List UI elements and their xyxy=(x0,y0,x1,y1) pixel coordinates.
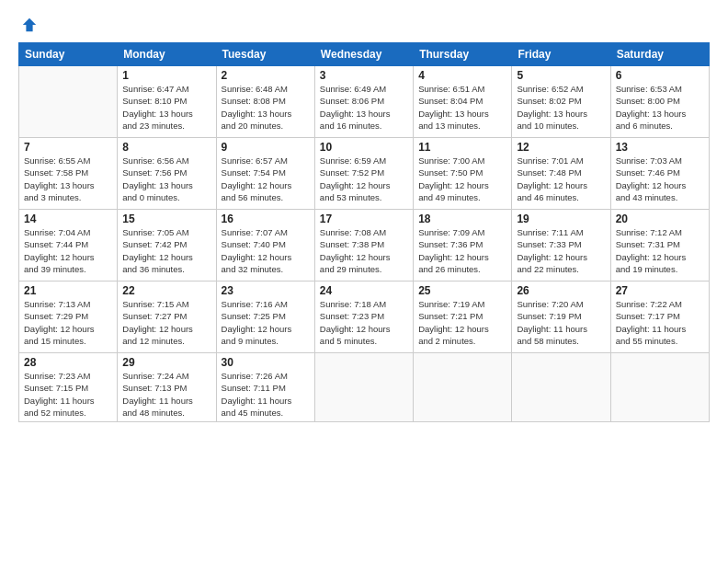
day-number: 2 xyxy=(222,69,310,82)
day-info: Sunrise: 6:51 AM Sunset: 8:04 PM Dayligh… xyxy=(418,83,506,132)
day-number: 11 xyxy=(418,141,506,154)
calendar-cell: 4Sunrise: 6:51 AM Sunset: 8:04 PM Daylig… xyxy=(414,66,512,138)
calendar-cell: 20Sunrise: 7:12 AM Sunset: 7:31 PM Dayli… xyxy=(610,210,709,282)
day-info: Sunrise: 7:23 AM Sunset: 7:15 PM Dayligh… xyxy=(24,370,112,419)
day-info: Sunrise: 6:53 AM Sunset: 8:00 PM Dayligh… xyxy=(616,83,704,132)
day-info: Sunrise: 7:01 AM Sunset: 7:48 PM Dayligh… xyxy=(517,155,605,203)
day-info: Sunrise: 6:47 AM Sunset: 8:10 PM Dayligh… xyxy=(122,83,210,132)
day-number: 4 xyxy=(418,69,506,82)
header xyxy=(18,17,710,33)
day-number: 20 xyxy=(616,213,704,225)
day-number: 23 xyxy=(222,284,310,297)
calendar-cell: 17Sunrise: 7:08 AM Sunset: 7:38 PM Dayli… xyxy=(314,210,413,282)
calendar-header-saturday: Saturday xyxy=(610,43,709,66)
calendar-week-row: 21Sunrise: 7:13 AM Sunset: 7:29 PM Dayli… xyxy=(19,282,710,353)
calendar-week-row: 14Sunrise: 7:04 AM Sunset: 7:44 PM Dayli… xyxy=(19,210,710,282)
day-number: 28 xyxy=(24,356,112,369)
calendar-cell: 22Sunrise: 7:15 AM Sunset: 7:27 PM Dayli… xyxy=(118,282,216,353)
day-number: 1 xyxy=(122,69,210,82)
logo-icon xyxy=(21,17,38,33)
day-number: 24 xyxy=(320,284,408,297)
calendar-cell xyxy=(512,353,610,422)
calendar-cell: 3Sunrise: 6:49 AM Sunset: 8:06 PM Daylig… xyxy=(314,66,413,138)
calendar-week-row: 1Sunrise: 6:47 AM Sunset: 8:10 PM Daylig… xyxy=(19,66,710,138)
day-info: Sunrise: 7:08 AM Sunset: 7:38 PM Dayligh… xyxy=(320,226,408,275)
calendar-header-sunday: Sunday xyxy=(19,43,118,66)
calendar-cell: 19Sunrise: 7:11 AM Sunset: 7:33 PM Dayli… xyxy=(512,210,610,282)
calendar-cell: 21Sunrise: 7:13 AM Sunset: 7:29 PM Dayli… xyxy=(19,282,118,353)
calendar-cell xyxy=(19,66,118,138)
calendar-cell: 16Sunrise: 7:07 AM Sunset: 7:40 PM Dayli… xyxy=(216,210,314,282)
calendar-cell: 8Sunrise: 6:56 AM Sunset: 7:56 PM Daylig… xyxy=(118,138,216,210)
day-number: 6 xyxy=(616,69,704,82)
calendar-header-thursday: Thursday xyxy=(414,43,512,66)
calendar-cell: 10Sunrise: 6:59 AM Sunset: 7:52 PM Dayli… xyxy=(314,138,413,210)
day-info: Sunrise: 7:13 AM Sunset: 7:29 PM Dayligh… xyxy=(24,298,112,347)
calendar-cell: 15Sunrise: 7:05 AM Sunset: 7:42 PM Dayli… xyxy=(118,210,216,282)
day-info: Sunrise: 6:59 AM Sunset: 7:52 PM Dayligh… xyxy=(320,155,408,203)
calendar-week-row: 28Sunrise: 7:23 AM Sunset: 7:15 PM Dayli… xyxy=(19,353,710,422)
calendar-header-row: SundayMondayTuesdayWednesdayThursdayFrid… xyxy=(19,43,710,66)
day-info: Sunrise: 6:52 AM Sunset: 8:02 PM Dayligh… xyxy=(517,83,605,132)
day-info: Sunrise: 7:19 AM Sunset: 7:21 PM Dayligh… xyxy=(418,298,506,347)
day-info: Sunrise: 7:04 AM Sunset: 7:44 PM Dayligh… xyxy=(24,226,112,275)
day-number: 25 xyxy=(418,284,506,297)
day-info: Sunrise: 7:22 AM Sunset: 7:17 PM Dayligh… xyxy=(616,298,704,347)
day-info: Sunrise: 7:26 AM Sunset: 7:11 PM Dayligh… xyxy=(222,370,310,419)
svg-marker-0 xyxy=(23,18,36,31)
calendar-cell: 18Sunrise: 7:09 AM Sunset: 7:36 PM Dayli… xyxy=(414,210,512,282)
day-number: 18 xyxy=(418,213,506,225)
calendar-cell xyxy=(314,353,413,422)
calendar-cell: 7Sunrise: 6:55 AM Sunset: 7:58 PM Daylig… xyxy=(19,138,118,210)
calendar-header-monday: Monday xyxy=(118,43,216,66)
day-info: Sunrise: 6:57 AM Sunset: 7:54 PM Dayligh… xyxy=(222,155,310,203)
day-info: Sunrise: 7:24 AM Sunset: 7:13 PM Dayligh… xyxy=(122,370,210,419)
day-info: Sunrise: 7:18 AM Sunset: 7:23 PM Dayligh… xyxy=(320,298,408,347)
day-number: 22 xyxy=(122,284,210,297)
day-number: 13 xyxy=(616,141,704,154)
day-number: 10 xyxy=(320,141,408,154)
day-info: Sunrise: 6:56 AM Sunset: 7:56 PM Dayligh… xyxy=(122,155,210,203)
calendar-header-wednesday: Wednesday xyxy=(314,43,413,66)
page: SundayMondayTuesdayWednesdayThursdayFrid… xyxy=(0,0,728,563)
day-info: Sunrise: 7:03 AM Sunset: 7:46 PM Dayligh… xyxy=(616,155,704,203)
calendar-cell xyxy=(610,353,709,422)
logo xyxy=(18,17,38,33)
day-info: Sunrise: 7:00 AM Sunset: 7:50 PM Dayligh… xyxy=(418,155,506,203)
calendar-cell: 23Sunrise: 7:16 AM Sunset: 7:25 PM Dayli… xyxy=(216,282,314,353)
day-number: 9 xyxy=(222,141,310,154)
day-number: 16 xyxy=(222,213,310,225)
calendar-cell: 5Sunrise: 6:52 AM Sunset: 8:02 PM Daylig… xyxy=(512,66,610,138)
day-number: 19 xyxy=(517,213,605,225)
day-number: 27 xyxy=(616,284,704,297)
calendar-header-tuesday: Tuesday xyxy=(216,43,314,66)
day-info: Sunrise: 7:07 AM Sunset: 7:40 PM Dayligh… xyxy=(222,226,310,275)
calendar-table: SundayMondayTuesdayWednesdayThursdayFrid… xyxy=(18,42,710,422)
calendar-cell: 14Sunrise: 7:04 AM Sunset: 7:44 PM Dayli… xyxy=(19,210,118,282)
calendar-cell: 26Sunrise: 7:20 AM Sunset: 7:19 PM Dayli… xyxy=(512,282,610,353)
day-number: 7 xyxy=(24,141,112,154)
calendar-cell: 30Sunrise: 7:26 AM Sunset: 7:11 PM Dayli… xyxy=(216,353,314,422)
day-info: Sunrise: 6:55 AM Sunset: 7:58 PM Dayligh… xyxy=(24,155,112,203)
calendar-cell: 11Sunrise: 7:00 AM Sunset: 7:50 PM Dayli… xyxy=(414,138,512,210)
calendar-week-row: 7Sunrise: 6:55 AM Sunset: 7:58 PM Daylig… xyxy=(19,138,710,210)
day-number: 17 xyxy=(320,213,408,225)
day-info: Sunrise: 6:48 AM Sunset: 8:08 PM Dayligh… xyxy=(222,83,310,132)
day-number: 5 xyxy=(517,69,605,82)
calendar-cell: 13Sunrise: 7:03 AM Sunset: 7:46 PM Dayli… xyxy=(610,138,709,210)
day-info: Sunrise: 7:11 AM Sunset: 7:33 PM Dayligh… xyxy=(517,226,605,275)
calendar-cell xyxy=(414,353,512,422)
calendar-cell: 28Sunrise: 7:23 AM Sunset: 7:15 PM Dayli… xyxy=(19,353,118,422)
day-info: Sunrise: 7:16 AM Sunset: 7:25 PM Dayligh… xyxy=(222,298,310,347)
day-info: Sunrise: 7:05 AM Sunset: 7:42 PM Dayligh… xyxy=(122,226,210,275)
day-number: 29 xyxy=(122,356,210,369)
day-number: 14 xyxy=(24,213,112,225)
day-number: 26 xyxy=(517,284,605,297)
day-info: Sunrise: 7:20 AM Sunset: 7:19 PM Dayligh… xyxy=(517,298,605,347)
calendar-cell: 12Sunrise: 7:01 AM Sunset: 7:48 PM Dayli… xyxy=(512,138,610,210)
calendar-cell: 1Sunrise: 6:47 AM Sunset: 8:10 PM Daylig… xyxy=(118,66,216,138)
calendar-cell: 25Sunrise: 7:19 AM Sunset: 7:21 PM Dayli… xyxy=(414,282,512,353)
calendar-header-friday: Friday xyxy=(512,43,610,66)
calendar-cell: 24Sunrise: 7:18 AM Sunset: 7:23 PM Dayli… xyxy=(314,282,413,353)
calendar-cell: 29Sunrise: 7:24 AM Sunset: 7:13 PM Dayli… xyxy=(118,353,216,422)
